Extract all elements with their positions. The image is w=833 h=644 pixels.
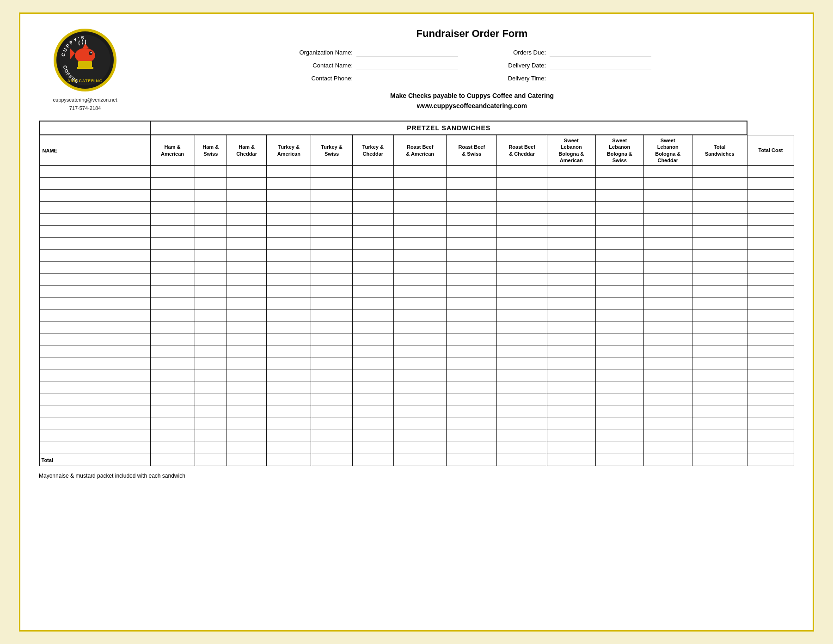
data-cell[interactable] <box>447 442 497 454</box>
data-cell[interactable] <box>311 310 352 322</box>
data-cell[interactable] <box>692 442 747 454</box>
data-cell[interactable] <box>644 358 692 370</box>
data-cell[interactable] <box>227 286 266 298</box>
data-cell[interactable] <box>150 346 195 358</box>
contact-phone-input[interactable] <box>356 74 458 82</box>
data-cell[interactable] <box>747 442 794 454</box>
data-cell[interactable] <box>227 430 266 442</box>
data-cell[interactable] <box>195 214 227 226</box>
name-cell[interactable] <box>39 178 150 190</box>
total-cell[interactable] <box>311 454 352 466</box>
data-cell[interactable] <box>547 190 596 202</box>
data-cell[interactable] <box>747 370 794 382</box>
data-cell[interactable] <box>311 346 352 358</box>
data-cell[interactable] <box>644 286 692 298</box>
data-cell[interactable] <box>595 334 644 346</box>
data-cell[interactable] <box>393 166 446 178</box>
data-cell[interactable] <box>692 262 747 274</box>
name-cell[interactable] <box>39 406 150 418</box>
data-cell[interactable] <box>311 406 352 418</box>
data-cell[interactable] <box>267 226 311 238</box>
data-cell[interactable] <box>227 382 266 394</box>
data-cell[interactable] <box>150 394 195 406</box>
data-cell[interactable] <box>547 274 596 286</box>
data-cell[interactable] <box>352 190 393 202</box>
data-cell[interactable] <box>267 334 311 346</box>
data-cell[interactable] <box>595 286 644 298</box>
data-cell[interactable] <box>644 322 692 334</box>
data-cell[interactable] <box>547 178 596 190</box>
data-cell[interactable] <box>150 238 195 250</box>
data-cell[interactable] <box>267 442 311 454</box>
data-cell[interactable] <box>497 322 547 334</box>
data-cell[interactable] <box>227 166 266 178</box>
data-cell[interactable] <box>747 262 794 274</box>
data-cell[interactable] <box>497 238 547 250</box>
data-cell[interactable] <box>447 310 497 322</box>
name-cell[interactable] <box>39 166 150 178</box>
data-cell[interactable] <box>311 250 352 262</box>
data-cell[interactable] <box>547 346 596 358</box>
total-cell[interactable] <box>352 454 393 466</box>
data-cell[interactable] <box>150 202 195 214</box>
data-cell[interactable] <box>497 442 547 454</box>
data-cell[interactable] <box>393 190 446 202</box>
data-cell[interactable] <box>195 262 227 274</box>
name-cell[interactable] <box>39 286 150 298</box>
data-cell[interactable] <box>195 406 227 418</box>
data-cell[interactable] <box>497 346 547 358</box>
data-cell[interactable] <box>447 286 497 298</box>
data-cell[interactable] <box>595 262 644 274</box>
data-cell[interactable] <box>393 250 446 262</box>
data-cell[interactable] <box>747 274 794 286</box>
name-cell[interactable] <box>39 190 150 202</box>
data-cell[interactable] <box>692 394 747 406</box>
data-cell[interactable] <box>195 442 227 454</box>
data-cell[interactable] <box>497 310 547 322</box>
name-cell[interactable] <box>39 358 150 370</box>
data-cell[interactable] <box>311 190 352 202</box>
data-cell[interactable] <box>497 406 547 418</box>
data-cell[interactable] <box>692 202 747 214</box>
data-cell[interactable] <box>227 322 266 334</box>
data-cell[interactable] <box>692 238 747 250</box>
data-cell[interactable] <box>692 346 747 358</box>
data-cell[interactable] <box>195 298 227 310</box>
data-cell[interactable] <box>311 370 352 382</box>
data-cell[interactable] <box>267 322 311 334</box>
data-cell[interactable] <box>447 238 497 250</box>
data-cell[interactable] <box>311 214 352 226</box>
data-cell[interactable] <box>747 286 794 298</box>
data-cell[interactable] <box>595 226 644 238</box>
data-cell[interactable] <box>311 334 352 346</box>
data-cell[interactable] <box>447 382 497 394</box>
data-cell[interactable] <box>447 202 497 214</box>
data-cell[interactable] <box>311 298 352 310</box>
data-cell[interactable] <box>227 214 266 226</box>
data-cell[interactable] <box>747 202 794 214</box>
data-cell[interactable] <box>393 418 446 430</box>
data-cell[interactable] <box>644 190 692 202</box>
data-cell[interactable] <box>497 274 547 286</box>
data-cell[interactable] <box>497 370 547 382</box>
data-cell[interactable] <box>547 394 596 406</box>
data-cell[interactable] <box>447 250 497 262</box>
data-cell[interactable] <box>227 334 266 346</box>
data-cell[interactable] <box>352 382 393 394</box>
data-cell[interactable] <box>195 358 227 370</box>
data-cell[interactable] <box>747 226 794 238</box>
data-cell[interactable] <box>447 418 497 430</box>
data-cell[interactable] <box>150 430 195 442</box>
data-cell[interactable] <box>150 214 195 226</box>
data-cell[interactable] <box>497 394 547 406</box>
data-cell[interactable] <box>747 382 794 394</box>
data-cell[interactable] <box>267 346 311 358</box>
data-cell[interactable] <box>150 310 195 322</box>
name-cell[interactable] <box>39 202 150 214</box>
data-cell[interactable] <box>692 430 747 442</box>
total-cell[interactable] <box>692 454 747 466</box>
data-cell[interactable] <box>195 430 227 442</box>
data-cell[interactable] <box>547 442 596 454</box>
data-cell[interactable] <box>311 322 352 334</box>
data-cell[interactable] <box>195 190 227 202</box>
